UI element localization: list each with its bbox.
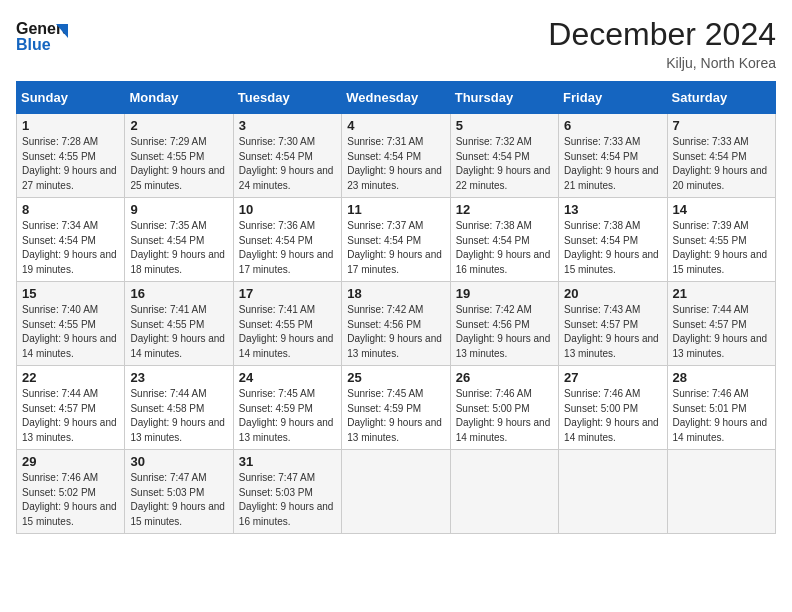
calendar-cell: 18Sunrise: 7:42 AMSunset: 4:56 PMDayligh… (342, 282, 450, 366)
day-number: 6 (564, 118, 661, 133)
day-number: 31 (239, 454, 336, 469)
logo: General Blue (16, 16, 68, 60)
weekday-header-cell: Sunday (17, 82, 125, 114)
cell-info: Sunrise: 7:44 AMSunset: 4:58 PMDaylight:… (130, 387, 227, 445)
day-number: 12 (456, 202, 553, 217)
calendar-cell: 3Sunrise: 7:30 AMSunset: 4:54 PMDaylight… (233, 114, 341, 198)
day-number: 4 (347, 118, 444, 133)
cell-info: Sunrise: 7:35 AMSunset: 4:54 PMDaylight:… (130, 219, 227, 277)
calendar-week-row: 15Sunrise: 7:40 AMSunset: 4:55 PMDayligh… (17, 282, 776, 366)
day-number: 7 (673, 118, 770, 133)
calendar-table: SundayMondayTuesdayWednesdayThursdayFrid… (16, 81, 776, 534)
cell-info: Sunrise: 7:28 AMSunset: 4:55 PMDaylight:… (22, 135, 119, 193)
calendar-week-row: 29Sunrise: 7:46 AMSunset: 5:02 PMDayligh… (17, 450, 776, 534)
cell-info: Sunrise: 7:38 AMSunset: 4:54 PMDaylight:… (564, 219, 661, 277)
calendar-cell: 22Sunrise: 7:44 AMSunset: 4:57 PMDayligh… (17, 366, 125, 450)
title-block: December 2024 Kilju, North Korea (548, 16, 776, 71)
cell-info: Sunrise: 7:32 AMSunset: 4:54 PMDaylight:… (456, 135, 553, 193)
calendar-cell: 21Sunrise: 7:44 AMSunset: 4:57 PMDayligh… (667, 282, 775, 366)
day-number: 3 (239, 118, 336, 133)
cell-info: Sunrise: 7:37 AMSunset: 4:54 PMDaylight:… (347, 219, 444, 277)
cell-info: Sunrise: 7:47 AMSunset: 5:03 PMDaylight:… (239, 471, 336, 529)
cell-info: Sunrise: 7:47 AMSunset: 5:03 PMDaylight:… (130, 471, 227, 529)
cell-info: Sunrise: 7:46 AMSunset: 5:01 PMDaylight:… (673, 387, 770, 445)
calendar-cell: 14Sunrise: 7:39 AMSunset: 4:55 PMDayligh… (667, 198, 775, 282)
calendar-cell: 20Sunrise: 7:43 AMSunset: 4:57 PMDayligh… (559, 282, 667, 366)
day-number: 24 (239, 370, 336, 385)
day-number: 17 (239, 286, 336, 301)
weekday-header-cell: Tuesday (233, 82, 341, 114)
calendar-cell: 17Sunrise: 7:41 AMSunset: 4:55 PMDayligh… (233, 282, 341, 366)
cell-info: Sunrise: 7:46 AMSunset: 5:02 PMDaylight:… (22, 471, 119, 529)
calendar-cell: 7Sunrise: 7:33 AMSunset: 4:54 PMDaylight… (667, 114, 775, 198)
calendar-cell: 9Sunrise: 7:35 AMSunset: 4:54 PMDaylight… (125, 198, 233, 282)
calendar-cell: 23Sunrise: 7:44 AMSunset: 4:58 PMDayligh… (125, 366, 233, 450)
calendar-week-row: 8Sunrise: 7:34 AMSunset: 4:54 PMDaylight… (17, 198, 776, 282)
day-number: 18 (347, 286, 444, 301)
weekday-header-cell: Wednesday (342, 82, 450, 114)
cell-info: Sunrise: 7:45 AMSunset: 4:59 PMDaylight:… (347, 387, 444, 445)
cell-info: Sunrise: 7:43 AMSunset: 4:57 PMDaylight:… (564, 303, 661, 361)
cell-info: Sunrise: 7:38 AMSunset: 4:54 PMDaylight:… (456, 219, 553, 277)
weekday-header-cell: Friday (559, 82, 667, 114)
calendar-cell: 5Sunrise: 7:32 AMSunset: 4:54 PMDaylight… (450, 114, 558, 198)
calendar-cell: 27Sunrise: 7:46 AMSunset: 5:00 PMDayligh… (559, 366, 667, 450)
day-number: 9 (130, 202, 227, 217)
calendar-cell: 24Sunrise: 7:45 AMSunset: 4:59 PMDayligh… (233, 366, 341, 450)
day-number: 2 (130, 118, 227, 133)
day-number: 25 (347, 370, 444, 385)
day-number: 11 (347, 202, 444, 217)
calendar-cell: 1Sunrise: 7:28 AMSunset: 4:55 PMDaylight… (17, 114, 125, 198)
cell-info: Sunrise: 7:46 AMSunset: 5:00 PMDaylight:… (564, 387, 661, 445)
cell-info: Sunrise: 7:40 AMSunset: 4:55 PMDaylight:… (22, 303, 119, 361)
cell-info: Sunrise: 7:41 AMSunset: 4:55 PMDaylight:… (130, 303, 227, 361)
calendar-cell: 31Sunrise: 7:47 AMSunset: 5:03 PMDayligh… (233, 450, 341, 534)
day-number: 23 (130, 370, 227, 385)
day-number: 16 (130, 286, 227, 301)
cell-info: Sunrise: 7:33 AMSunset: 4:54 PMDaylight:… (673, 135, 770, 193)
calendar-cell (559, 450, 667, 534)
page-header: General Blue December 2024 Kilju, North … (16, 16, 776, 71)
cell-info: Sunrise: 7:46 AMSunset: 5:00 PMDaylight:… (456, 387, 553, 445)
calendar-cell: 19Sunrise: 7:42 AMSunset: 4:56 PMDayligh… (450, 282, 558, 366)
calendar-cell: 29Sunrise: 7:46 AMSunset: 5:02 PMDayligh… (17, 450, 125, 534)
cell-info: Sunrise: 7:31 AMSunset: 4:54 PMDaylight:… (347, 135, 444, 193)
day-number: 22 (22, 370, 119, 385)
calendar-cell: 28Sunrise: 7:46 AMSunset: 5:01 PMDayligh… (667, 366, 775, 450)
day-number: 27 (564, 370, 661, 385)
cell-info: Sunrise: 7:41 AMSunset: 4:55 PMDaylight:… (239, 303, 336, 361)
weekday-header-cell: Thursday (450, 82, 558, 114)
day-number: 14 (673, 202, 770, 217)
svg-text:Blue: Blue (16, 36, 51, 53)
cell-info: Sunrise: 7:33 AMSunset: 4:54 PMDaylight:… (564, 135, 661, 193)
day-number: 1 (22, 118, 119, 133)
cell-info: Sunrise: 7:44 AMSunset: 4:57 PMDaylight:… (22, 387, 119, 445)
day-number: 28 (673, 370, 770, 385)
day-number: 10 (239, 202, 336, 217)
calendar-cell: 30Sunrise: 7:47 AMSunset: 5:03 PMDayligh… (125, 450, 233, 534)
day-number: 13 (564, 202, 661, 217)
calendar-cell: 10Sunrise: 7:36 AMSunset: 4:54 PMDayligh… (233, 198, 341, 282)
logo-icon: General Blue (16, 16, 68, 60)
calendar-cell: 6Sunrise: 7:33 AMSunset: 4:54 PMDaylight… (559, 114, 667, 198)
calendar-cell: 8Sunrise: 7:34 AMSunset: 4:54 PMDaylight… (17, 198, 125, 282)
day-number: 30 (130, 454, 227, 469)
calendar-week-row: 1Sunrise: 7:28 AMSunset: 4:55 PMDaylight… (17, 114, 776, 198)
calendar-body: 1Sunrise: 7:28 AMSunset: 4:55 PMDaylight… (17, 114, 776, 534)
calendar-cell: 26Sunrise: 7:46 AMSunset: 5:00 PMDayligh… (450, 366, 558, 450)
weekday-header-cell: Monday (125, 82, 233, 114)
location-title: Kilju, North Korea (548, 55, 776, 71)
calendar-cell: 25Sunrise: 7:45 AMSunset: 4:59 PMDayligh… (342, 366, 450, 450)
month-title: December 2024 (548, 16, 776, 53)
day-number: 21 (673, 286, 770, 301)
calendar-cell (450, 450, 558, 534)
calendar-cell (667, 450, 775, 534)
cell-info: Sunrise: 7:42 AMSunset: 4:56 PMDaylight:… (347, 303, 444, 361)
calendar-cell: 12Sunrise: 7:38 AMSunset: 4:54 PMDayligh… (450, 198, 558, 282)
day-number: 19 (456, 286, 553, 301)
day-number: 8 (22, 202, 119, 217)
day-number: 20 (564, 286, 661, 301)
cell-info: Sunrise: 7:39 AMSunset: 4:55 PMDaylight:… (673, 219, 770, 277)
cell-info: Sunrise: 7:29 AMSunset: 4:55 PMDaylight:… (130, 135, 227, 193)
cell-info: Sunrise: 7:30 AMSunset: 4:54 PMDaylight:… (239, 135, 336, 193)
